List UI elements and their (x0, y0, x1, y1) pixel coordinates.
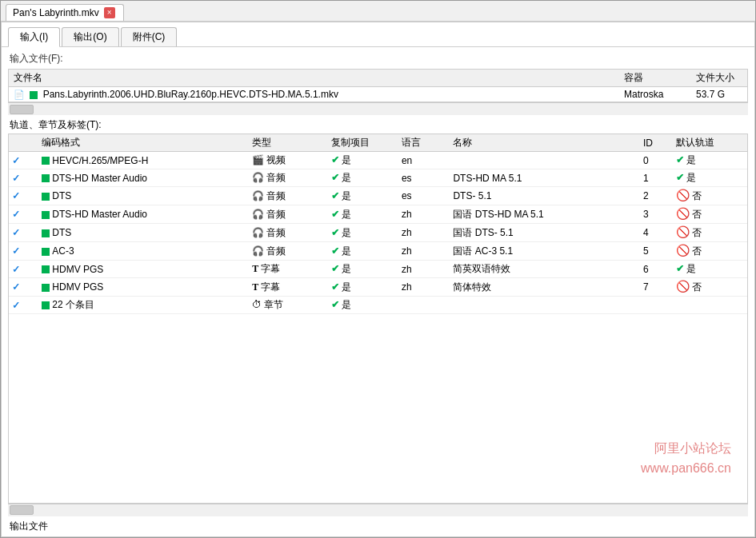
track-codec-cell: DTS-HD Master Audio (38, 169, 249, 187)
track-hscroll-thumb[interactable] (10, 505, 34, 515)
track-type-label: 字幕 (261, 281, 280, 293)
check-mark: ✓ (12, 190, 20, 201)
track-type-cell: 🎧音频 (249, 169, 327, 187)
copy-check-icon: ✔ (331, 154, 339, 165)
copy-check-icon: ✔ (331, 263, 339, 274)
track-codec-label: DTS (52, 227, 71, 238)
track-check-cell[interactable]: ✓ (9, 297, 38, 314)
file-tab[interactable]: Pan's Labyrinth.mkv × (6, 4, 124, 21)
th-type: 类型 (249, 134, 327, 152)
track-row[interactable]: ✓HDMV PGST字幕✔ 是zh简体特效7🚫 否 (9, 278, 747, 297)
default-no-icon: 🚫 (676, 244, 690, 257)
track-id-cell: 0 (640, 152, 673, 169)
track-id-cell: 5 (640, 242, 673, 261)
track-check-cell[interactable]: ✓ (9, 278, 38, 297)
track-row[interactable]: ✓DTS🎧音频✔ 是esDTS- 5.12🚫 否 (9, 187, 747, 205)
copy-check-icon: ✔ (331, 209, 339, 220)
default-no-label: 否 (692, 227, 702, 238)
track-table-container: 编码格式 类型 复制项目 语言 名称 ID 默认轨道 ✓HEVC/H.265/M… (8, 134, 748, 504)
check-mark: ✓ (12, 155, 20, 166)
check-mark: ✓ (12, 264, 20, 275)
track-type-label: 音频 (266, 245, 286, 257)
track-copy-cell: ✔ 是 (328, 152, 398, 169)
copy-label: 是 (342, 154, 351, 165)
input-section-label: 输入文件(F): (2, 47, 754, 69)
check-mark: ✓ (12, 300, 20, 311)
title-bar: Pan's Labyrinth.mkv × (1, 1, 755, 22)
audio-icon: 🎧 (252, 190, 264, 201)
track-row[interactable]: ✓DTS-HD Master Audio🎧音频✔ 是zh国语 DTS-HD MA… (9, 205, 747, 224)
track-type-cell: ⏱章节 (249, 297, 327, 314)
check-mark: ✓ (12, 173, 20, 184)
copy-label: 是 (342, 190, 351, 201)
track-id-cell: 4 (640, 224, 673, 242)
chapter-icon: ⏱ (252, 299, 262, 310)
track-default-cell: 🚫 否 (673, 205, 747, 224)
file-doc-icon: 📄 (14, 90, 25, 99)
col-container: 容器 (619, 70, 691, 87)
track-default-cell: 🚫 否 (673, 224, 747, 242)
track-codec-cell: HDMV PGS (38, 261, 249, 278)
default-no-label: 否 (692, 281, 702, 293)
track-check-cell[interactable]: ✓ (9, 205, 38, 224)
tab-input[interactable]: 输入(I) (8, 27, 60, 47)
track-check-cell[interactable]: ✓ (9, 242, 38, 261)
default-yes-icon: ✔ (676, 154, 684, 165)
track-row[interactable]: ✓AC-3🎧音频✔ 是zh国语 AC-3 5.15🚫 否 (9, 242, 747, 261)
track-id-cell: 2 (640, 187, 673, 205)
track-green-indicator (42, 174, 50, 182)
file-row[interactable]: 📄 Pans.Labyrinth.2006.UHD.BluRay.2160p.H… (9, 87, 747, 102)
track-row[interactable]: ✓HDMV PGST字幕✔ 是zh简英双语特效6✔ 是 (9, 261, 747, 278)
track-check-cell[interactable]: ✓ (9, 187, 38, 205)
file-name-label: Pans.Labyrinth.2006.UHD.BluRay.2160p.HEV… (43, 89, 338, 100)
hscroll-thumb[interactable] (10, 105, 34, 114)
track-copy-cell: ✔ 是 (328, 297, 398, 314)
tab-close-button[interactable]: × (104, 7, 115, 18)
track-copy-cell: ✔ 是 (328, 224, 398, 242)
default-no-label: 否 (692, 245, 702, 257)
track-row[interactable]: ✓HEVC/H.265/MPEG-H🎬视频✔ 是en0✔ 是 (9, 152, 747, 169)
track-type-label: 音频 (266, 209, 286, 220)
default-no-label: 否 (692, 190, 702, 201)
track-default-cell: ✔ 是 (673, 152, 747, 169)
track-hscroll[interactable] (8, 504, 748, 516)
track-name-cell: 简英双语特效 (450, 261, 640, 278)
track-type-cell: 🎬视频 (249, 152, 327, 169)
track-lang-cell: zh (398, 261, 450, 278)
track-row[interactable]: ✓DTS-HD Master Audio🎧音频✔ 是esDTS-HD MA 5.… (9, 169, 747, 187)
tab-attachments[interactable]: 附件(C) (121, 27, 178, 46)
track-check-cell[interactable]: ✓ (9, 152, 38, 169)
track-check-cell[interactable]: ✓ (9, 224, 38, 242)
track-row[interactable]: ✓22 个条目⏱章节✔ 是 (9, 297, 747, 314)
audio-icon: 🎧 (252, 245, 264, 257)
track-type-cell: 🎧音频 (249, 187, 327, 205)
main-window: Pan's Labyrinth.mkv × 输入(I) 输出(O) 附件(C) … (0, 0, 756, 538)
check-mark: ✓ (12, 245, 20, 257)
file-hscroll[interactable] (8, 102, 748, 115)
track-type-label: 音频 (266, 172, 286, 183)
tab-output[interactable]: 输出(O) (62, 27, 118, 46)
copy-label: 是 (342, 209, 351, 220)
default-yes-label: 是 (686, 263, 696, 274)
track-row[interactable]: ✓DTS🎧音频✔ 是zh国语 DTS- 5.14🚫 否 (9, 224, 747, 242)
track-check-cell[interactable]: ✓ (9, 261, 38, 278)
track-type-label: 音频 (266, 190, 286, 201)
copy-check-icon: ✔ (331, 190, 339, 201)
track-type-label: 章节 (264, 299, 283, 310)
track-copy-cell: ✔ 是 (328, 205, 398, 224)
track-lang-cell: zh (398, 242, 450, 261)
track-name-cell (450, 152, 640, 169)
track-check-cell[interactable]: ✓ (9, 169, 38, 187)
track-id-cell: 7 (640, 278, 673, 297)
default-no-label: 否 (692, 209, 702, 220)
copy-label: 是 (342, 299, 351, 310)
file-tab-label: Pan's Labyrinth.mkv (13, 7, 99, 18)
track-lang-cell: en (398, 152, 450, 169)
file-size-cell: 53.7 G (691, 87, 747, 102)
watermark-line2: www.pan666.cn (641, 458, 731, 479)
track-codec-cell: AC-3 (38, 242, 249, 261)
track-name-cell: DTS- 5.1 (450, 187, 640, 205)
track-copy-cell: ✔ 是 (328, 261, 398, 278)
track-type-cell: T字幕 (249, 278, 327, 297)
subtitle-icon: T (252, 263, 258, 274)
